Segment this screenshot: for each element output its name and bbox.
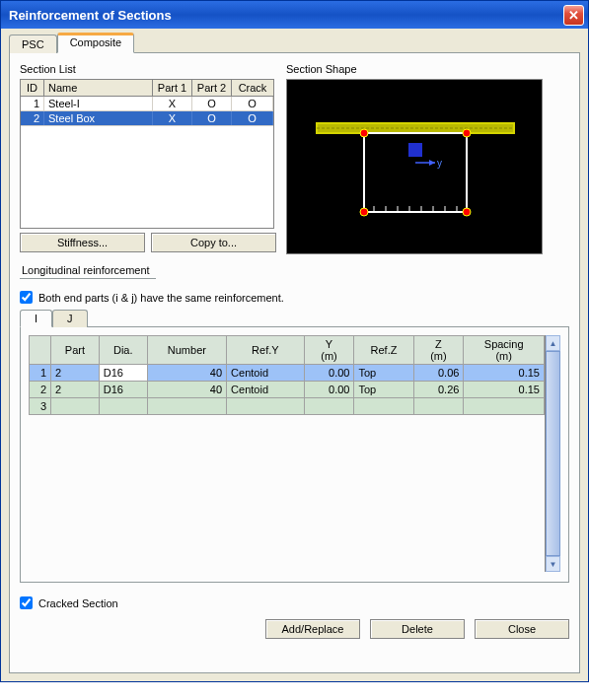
- col-rownum: [30, 336, 51, 365]
- tab-psc[interactable]: PSC: [9, 35, 57, 53]
- scroll-up-button[interactable]: ▲: [546, 335, 560, 351]
- titlebar: Reinforcement of Sections ✕: [1, 1, 588, 29]
- upper-row: Section List ID Name Part 1 Part 2 Crack…: [20, 63, 569, 254]
- add-replace-button[interactable]: Add/Replace: [265, 619, 360, 639]
- cell-crack: O: [232, 111, 273, 125]
- rebar-scrollbar[interactable]: ▲ ▼: [545, 335, 560, 572]
- tab-composite[interactable]: Composite: [57, 33, 135, 53]
- cell-refy[interactable]: Centoid: [227, 365, 304, 382]
- col-part2[interactable]: Part 2: [192, 80, 232, 96]
- long-reinf-section: Longitudinal reinforcement Both end part…: [20, 262, 569, 583]
- col-dia[interactable]: Dia.: [99, 336, 147, 365]
- cell-z[interactable]: 0.06: [413, 365, 464, 382]
- ij-tab-strip: I J: [20, 310, 569, 327]
- copy-to-button[interactable]: Copy to...: [151, 233, 276, 252]
- cracked-section-row: Cracked Section: [20, 596, 569, 609]
- cell-dia[interactable]: [99, 398, 147, 415]
- cell-refz[interactable]: [354, 398, 413, 415]
- section-shape-view[interactable]: y: [286, 79, 543, 254]
- cell-id: 2: [21, 111, 44, 125]
- window-title: Reinforcement of Sections: [9, 8, 563, 23]
- cell-p1: X: [153, 111, 192, 125]
- cell-refy[interactable]: Centoid: [227, 382, 304, 398]
- col-id[interactable]: ID: [21, 80, 44, 96]
- cracked-section-checkbox[interactable]: [20, 596, 33, 609]
- cell-refy[interactable]: [227, 398, 304, 415]
- tab-i[interactable]: I: [20, 310, 52, 327]
- cell-crack: O: [232, 97, 273, 110]
- cell-idx: 2: [30, 382, 51, 398]
- cell-name: Steel-I: [44, 97, 153, 110]
- rebar-row[interactable]: 1 2 D16 40 Centoid 0.00 Top 0.06 0.15: [30, 365, 545, 382]
- col-z[interactable]: Z (m): [413, 336, 464, 365]
- section-shape-label: Section Shape: [286, 63, 569, 75]
- long-reinf-label: Longitudinal reinforcement: [20, 262, 156, 279]
- section-row[interactable]: 1 Steel-I X O O: [21, 97, 273, 111]
- stiffness-button[interactable]: Stiffness...: [20, 233, 145, 252]
- section-shape-panel: Section Shape: [286, 63, 569, 254]
- section-list-label: Section List: [20, 63, 276, 75]
- bottom-button-row: Add/Replace Delete Close: [20, 619, 569, 639]
- svg-point-12: [463, 129, 471, 137]
- section-list-buttons: Stiffness... Copy to...: [20, 233, 276, 252]
- cell-p1: X: [153, 97, 192, 110]
- same-ends-row: Both end parts (i & j) have the same rei…: [20, 291, 569, 304]
- col-crack[interactable]: Crack: [232, 80, 273, 96]
- cell-part[interactable]: [51, 398, 100, 415]
- cell-spacing[interactable]: [464, 398, 545, 415]
- col-part1[interactable]: Part 1: [153, 80, 192, 96]
- col-refy[interactable]: Ref.Y: [227, 336, 304, 365]
- close-icon: ✕: [568, 8, 579, 23]
- cell-num[interactable]: 40: [147, 382, 226, 398]
- close-button[interactable]: Close: [475, 619, 569, 639]
- cell-part[interactable]: 2: [51, 365, 100, 382]
- rebar-row[interactable]: 3: [30, 398, 545, 415]
- cell-spacing[interactable]: 0.15: [464, 365, 545, 382]
- cell-refz[interactable]: Top: [354, 365, 413, 382]
- cell-refz[interactable]: Top: [354, 382, 413, 398]
- cell-z[interactable]: [413, 398, 464, 415]
- cell-num[interactable]: 40: [147, 365, 226, 382]
- svg-point-14: [463, 208, 471, 216]
- cell-dia[interactable]: D16: [99, 382, 147, 398]
- cell-part[interactable]: 2: [51, 382, 100, 398]
- rebar-table-panel: Part Dia. Number Ref.Y Y (m) Ref.Z Z (m)…: [20, 326, 569, 583]
- rebar-table[interactable]: Part Dia. Number Ref.Y Y (m) Ref.Z Z (m)…: [29, 335, 545, 415]
- section-row[interactable]: 2 Steel Box X O O: [21, 111, 273, 126]
- col-name[interactable]: Name: [44, 80, 153, 96]
- col-y[interactable]: Y (m): [304, 336, 354, 365]
- tab-j[interactable]: J: [52, 310, 88, 327]
- cell-id: 1: [21, 97, 44, 110]
- rebar-row[interactable]: 2 2 D16 40 Centoid 0.00 Top 0.26 0.15: [30, 382, 545, 398]
- cracked-section-label: Cracked Section: [38, 597, 118, 609]
- scroll-thumb[interactable]: [546, 351, 560, 556]
- cell-num[interactable]: [147, 398, 226, 415]
- section-list-header: ID Name Part 1 Part 2 Crack: [21, 80, 273, 97]
- svg-rect-15: [408, 143, 422, 157]
- delete-button[interactable]: Delete: [370, 619, 465, 639]
- col-refz[interactable]: Ref.Z: [354, 336, 413, 365]
- cell-z[interactable]: 0.26: [413, 382, 464, 398]
- cell-name: Steel Box: [44, 111, 153, 125]
- main-tab-strip: PSC Composite: [9, 33, 580, 53]
- col-part[interactable]: Part: [51, 336, 100, 365]
- section-list-grid[interactable]: ID Name Part 1 Part 2 Crack 1 Steel-I X …: [20, 79, 274, 229]
- svg-point-13: [360, 208, 368, 216]
- section-shape-svg: y: [287, 80, 544, 255]
- cell-dia[interactable]: D16: [99, 365, 147, 382]
- cell-y[interactable]: 0.00: [304, 382, 354, 398]
- svg-marker-17: [429, 160, 435, 166]
- cell-y[interactable]: [304, 398, 354, 415]
- col-number[interactable]: Number: [147, 336, 226, 365]
- window-close-button[interactable]: ✕: [563, 5, 584, 26]
- cell-idx: 3: [30, 398, 51, 415]
- axis-y-label: y: [437, 158, 442, 169]
- tab-body-composite: Section List ID Name Part 1 Part 2 Crack…: [9, 52, 580, 673]
- svg-point-11: [360, 129, 368, 137]
- cell-spacing[interactable]: 0.15: [464, 382, 545, 398]
- col-spacing[interactable]: Spacing (m): [464, 336, 545, 365]
- cell-y[interactable]: 0.00: [304, 365, 354, 382]
- same-ends-checkbox[interactable]: [20, 291, 33, 304]
- scroll-down-button[interactable]: ▼: [546, 556, 560, 572]
- section-list-panel: Section List ID Name Part 1 Part 2 Crack…: [20, 63, 276, 254]
